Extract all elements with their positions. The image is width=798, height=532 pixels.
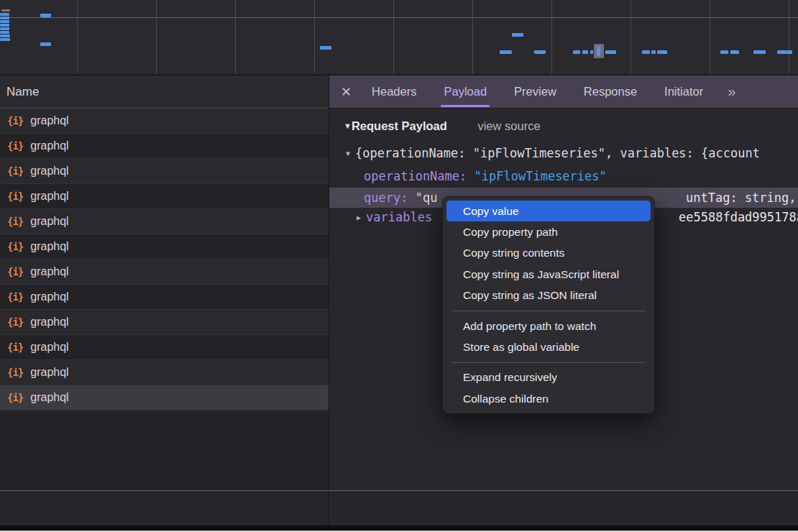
request-name: graphql — [30, 139, 68, 152]
window-bottom-bar — [0, 526, 798, 531]
json-request-icon: {i} — [7, 392, 23, 403]
request-name: graphql — [30, 316, 68, 329]
property-value: "ipFlowTimeseries" — [474, 169, 607, 183]
json-request-icon: {i} — [7, 291, 23, 303]
payload-preview-line[interactable]: ▼{operationName: "ipFlowTimeseries", var… — [346, 146, 760, 160]
section-collapse-triangle-icon[interactable]: ▼ — [344, 121, 352, 130]
json-request-icon: {i} — [7, 115, 23, 127]
menu-item-copy-string-contents[interactable]: Copy string contents — [446, 243, 651, 264]
request-row[interactable]: {i}graphql — [0, 310, 329, 335]
request-timing-bar — [40, 42, 51, 46]
menu-item-copy-string-as-json-literal[interactable]: Copy string as JSON literal — [446, 285, 651, 306]
request-timing-bar — [0, 31, 9, 34]
request-timing-bar — [0, 35, 10, 37]
timeline-marker — [1, 9, 10, 12]
timeline-gridline — [314, 0, 315, 74]
view-source-link[interactable]: view source — [477, 119, 540, 132]
expand-triangle-icon[interactable]: ▼ — [346, 150, 350, 157]
property-value-left: "qu — [416, 191, 438, 205]
network-main-split: Name {i}graphql{i}graphql{i}graphql{i}gr… — [0, 75, 798, 490]
tab-headers[interactable]: Headers — [372, 75, 416, 108]
timeline-gridline — [156, 0, 157, 74]
menu-separator — [451, 362, 646, 363]
request-name: graphql — [30, 290, 68, 303]
timeline-gridline — [235, 0, 236, 74]
request-list-panel: Name {i}graphql{i}graphql{i}graphql{i}gr… — [0, 75, 329, 490]
expand-triangle-icon[interactable]: ▶ — [357, 214, 361, 221]
menu-item-add-property-path-to-watch[interactable]: Add property path to watch — [446, 316, 651, 336]
request-timing-bar — [777, 50, 792, 54]
tab-payload[interactable]: Payload — [444, 75, 487, 108]
close-icon[interactable]: ✕ — [341, 84, 352, 100]
menu-item-expand-recursively[interactable]: Expand recursively — [446, 367, 651, 388]
request-name: graphql — [30, 265, 68, 278]
request-row[interactable]: {i}graphql — [0, 109, 329, 134]
json-request-icon: {i} — [7, 341, 23, 353]
request-row[interactable]: {i}graphql — [0, 360, 329, 385]
request-row[interactable]: {i}graphql — [0, 209, 329, 234]
menu-item-copy-value[interactable]: Copy value — [446, 201, 651, 221]
request-row[interactable]: {i}graphql — [0, 285, 329, 310]
context-menu: Copy valueCopy property pathCopy string … — [442, 196, 655, 414]
operation-name-row[interactable]: operationName: "ipFlowTimeseries" — [364, 169, 607, 183]
request-rows: {i}graphql{i}graphql{i}graphql{i}graphql… — [0, 109, 329, 411]
menu-item-collapse-children[interactable]: Collapse children — [446, 388, 651, 409]
menu-item-store-as-global-variable[interactable]: Store as global variable — [446, 336, 651, 357]
request-timing-bar — [730, 50, 739, 54]
request-timing-bar — [657, 50, 667, 54]
property-key: query: — [364, 191, 408, 205]
request-name: graphql — [30, 190, 68, 203]
request-row[interactable]: {i}graphql — [0, 385, 329, 411]
request-timing-bar — [0, 24, 9, 27]
request-timing-bar — [320, 46, 331, 50]
request-name: graphql — [30, 114, 68, 127]
request-timing-bar — [753, 50, 766, 54]
timeline-gridline — [630, 0, 631, 74]
detail-tab-bar: ✕ HeadersPayloadPreviewResponseInitiator… — [329, 75, 798, 109]
json-request-icon: {i} — [7, 266, 23, 278]
menu-separator — [451, 311, 646, 311]
detail-tabs: HeadersPayloadPreviewResponseInitiator — [372, 75, 703, 108]
request-timing-bar — [0, 13, 9, 16]
json-request-icon: {i} — [7, 241, 23, 252]
request-timing-bar — [597, 46, 600, 56]
request-timing-bar — [582, 50, 588, 54]
request-payload-section: ▼Request Payload view source — [344, 119, 541, 133]
network-overview-timeline[interactable] — [0, 0, 798, 75]
json-request-icon: {i} — [7, 191, 23, 202]
timeline-gridline — [472, 0, 473, 74]
name-column-header[interactable]: Name — [0, 75, 329, 109]
request-timing-bar — [720, 50, 728, 54]
request-row[interactable]: {i}graphql — [0, 134, 329, 159]
request-row[interactable]: {i}graphql — [0, 159, 329, 184]
json-request-icon: {i} — [7, 140, 23, 152]
json-request-icon: {i} — [7, 216, 23, 227]
request-name: graphql — [30, 341, 68, 354]
timeline-gridline — [710, 0, 710, 74]
menu-item-copy-property-path[interactable]: Copy property path — [446, 221, 651, 242]
devtools-network-panel: Name {i}graphql{i}graphql{i}graphql{i}gr… — [0, 0, 798, 532]
request-timing-bar — [512, 33, 523, 37]
timeline-gridline — [551, 0, 552, 74]
request-timing-bar — [0, 20, 9, 23]
request-payload-title: Request Payload — [352, 119, 447, 132]
request-row[interactable]: {i}graphql — [0, 260, 329, 285]
property-value-right: ee5588fdad995178a0 — [679, 210, 798, 224]
request-row[interactable]: {i}graphql — [0, 184, 329, 209]
tab-response[interactable]: Response — [584, 75, 637, 108]
menu-item-copy-string-as-javascript-literal[interactable]: Copy string as JavaScript literal — [446, 264, 651, 285]
request-row[interactable]: {i}graphql — [0, 335, 329, 360]
request-timing-bar — [590, 50, 593, 54]
tab-initiator[interactable]: Initiator — [664, 75, 703, 108]
request-name: graphql — [30, 391, 68, 404]
request-timing-bar — [0, 38, 10, 41]
tab-preview[interactable]: Preview — [514, 75, 556, 108]
property-value-right: untTag: string, $f — [651, 191, 798, 205]
request-timing-bar — [605, 50, 616, 54]
request-row[interactable]: {i}graphql — [0, 234, 329, 260]
more-tabs-icon[interactable]: » — [728, 83, 734, 100]
name-column-label: Name — [6, 85, 39, 99]
request-timing-bar — [642, 50, 650, 54]
timeline-gridline — [789, 0, 789, 74]
bottom-strip — [0, 491, 798, 526]
